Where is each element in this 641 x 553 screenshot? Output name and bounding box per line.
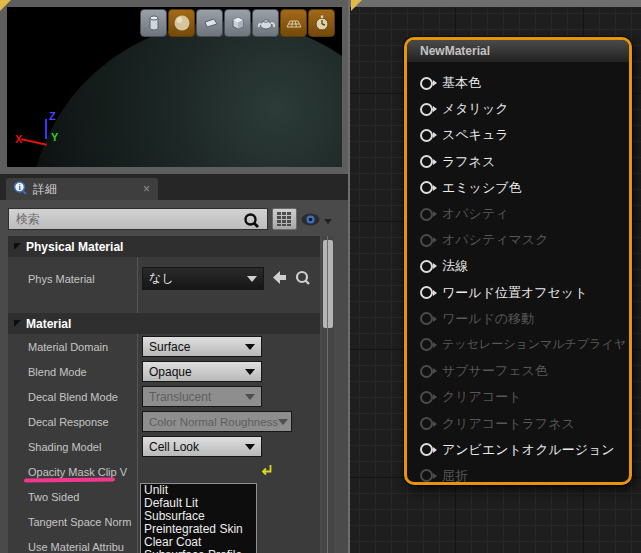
column-divider	[137, 484, 138, 509]
material-domain-combo[interactable]: Surface	[142, 336, 262, 357]
active-tab-corner	[351, 0, 362, 11]
property-matrix-icon[interactable]	[272, 208, 297, 230]
material-result-node[interactable]: NewMaterial 基本色 メタリック スペキュラ ラフネス エミッシブ色 …	[404, 37, 632, 485]
blend-mode-combo[interactable]: Opaque	[142, 361, 262, 382]
active-tab-corner	[0, 0, 11, 11]
section-title: Material	[26, 317, 71, 331]
pin-world-position-offset[interactable]: ワールド位置オフセット	[420, 280, 629, 306]
pin-circle-icon	[420, 129, 433, 142]
preview-sphere	[29, 21, 342, 167]
row-material-domain: Material Domain Surface	[8, 334, 320, 359]
reset-to-default-icon[interactable]	[260, 462, 273, 480]
tab-details[interactable]: i 詳細 ×	[6, 178, 158, 200]
pin-label: アンビエントオクルージョン	[442, 441, 615, 459]
section-material[interactable]: Material	[8, 313, 320, 334]
pin-label: オパシティ	[442, 205, 509, 223]
column-divider	[137, 334, 138, 359]
axis-z-line	[45, 119, 47, 139]
pin-roughness[interactable]: ラフネス	[420, 149, 629, 175]
preview-viewport[interactable]: Z Y X	[7, 7, 342, 167]
pin-label: サブサーフェス色	[442, 362, 548, 380]
tab-details-label: 詳細	[33, 181, 57, 198]
row-shading-model: Shading Model Cell Look	[8, 434, 320, 459]
cube-icon[interactable]	[224, 9, 251, 37]
pin-circle-icon	[420, 155, 433, 168]
pin-label: ラフネス	[442, 153, 495, 171]
collapse-arrow-icon	[14, 243, 21, 250]
material-editor-window: Z Y X i 詳細 × 検索	[0, 0, 641, 553]
viewport-toolbar	[140, 9, 335, 37]
search-input[interactable]: 検索	[8, 208, 268, 230]
pin-subsurface-color: サブサーフェス色	[420, 358, 629, 384]
pin-label: クリアコート	[442, 388, 522, 406]
grid-floor-icon[interactable]	[280, 9, 307, 37]
phys-material-combo[interactable]: なし	[142, 267, 264, 290]
pin-circle-icon	[420, 103, 433, 116]
combo-value: Cell Look	[149, 440, 199, 454]
realtime-stopwatch-icon[interactable]	[308, 9, 335, 37]
pin-label: テッセレーションマルチプライヤ	[442, 336, 626, 353]
details-info-icon: i	[13, 181, 27, 198]
combo-value: Color Normal Roughness	[149, 416, 278, 428]
view-options[interactable]	[301, 212, 332, 230]
details-scrollbar-track[interactable]	[322, 236, 334, 553]
graph-canvas[interactable]: NewMaterial 基本色 メタリック スペキュラ ラフネス エミッシブ色 …	[350, 7, 641, 553]
plane-icon[interactable]	[196, 9, 223, 37]
column-divider	[137, 384, 138, 409]
combo-caret-icon	[245, 344, 255, 350]
dropdown-item-subsurface-profile[interactable]: Subsurface Profile	[141, 549, 256, 553]
column-divider	[137, 409, 138, 434]
cylinder-icon[interactable]	[140, 9, 167, 37]
pin-clear-coat-roughness: クリアコートラフネス	[420, 410, 629, 436]
sphere-icon[interactable]	[168, 9, 195, 37]
pin-label: メタリック	[442, 100, 509, 118]
pin-specular[interactable]: スペキュラ	[420, 122, 629, 148]
shading-model-combo[interactable]: Cell Look	[142, 436, 262, 457]
search-placeholder: 検索	[16, 211, 40, 228]
browse-magnifier-icon[interactable]	[294, 269, 312, 291]
pin-circle-icon	[420, 286, 433, 299]
pin-circle-icon	[420, 208, 433, 221]
axis-y-label: Y	[51, 131, 58, 143]
pin-circle-icon	[420, 77, 433, 90]
combo-value: Surface	[149, 340, 190, 354]
decal-blend-mode-combo: Translucent	[142, 386, 262, 407]
close-icon[interactable]: ×	[143, 182, 150, 196]
details-scrollbar-thumb[interactable]	[323, 240, 333, 328]
column-divider	[137, 434, 138, 459]
pin-ambient-occlusion[interactable]: アンビエントオクルージョン	[420, 437, 629, 463]
section-title: Physical Material	[26, 240, 123, 254]
combo-caret-icon	[245, 369, 255, 375]
row-decal-blend-mode: Decal Blend Mode Translucent	[8, 384, 320, 409]
eye-icon	[301, 212, 320, 230]
combo-value: Opaque	[149, 365, 192, 379]
teapot-icon[interactable]	[252, 9, 279, 37]
pin-world-displacement: ワールドの移動	[420, 306, 629, 332]
pin-circle-icon	[420, 365, 433, 378]
pin-base-color[interactable]: 基本色	[420, 70, 629, 96]
pin-normal[interactable]: 法線	[420, 253, 629, 279]
pin-label: 屈折	[442, 467, 468, 485]
row-blend-mode: Blend Mode Opaque	[8, 359, 320, 384]
section-physical-material[interactable]: Physical Material	[8, 236, 320, 257]
pin-label: エミッシブ色	[442, 179, 522, 197]
node-title: NewMaterial	[420, 44, 490, 58]
pin-circle-icon	[420, 417, 433, 430]
pin-clear-coat: クリアコート	[420, 384, 629, 410]
pin-metallic[interactable]: メタリック	[420, 96, 629, 122]
pin-circle-icon	[420, 234, 433, 247]
combo-caret-icon	[278, 419, 288, 425]
decal-response-combo: Color Normal Roughness	[142, 411, 292, 432]
pin-circle-icon	[420, 391, 433, 404]
pin-label: 法線	[442, 257, 468, 275]
pin-emissive-color[interactable]: エミッシブ色	[420, 175, 629, 201]
node-header[interactable]: NewMaterial	[407, 40, 629, 62]
combo-caret-icon	[245, 394, 255, 400]
search-icon	[243, 212, 261, 233]
pin-label: クリアコートラフネス	[442, 415, 575, 433]
column-divider	[137, 459, 138, 484]
row-label: Blend Mode	[28, 366, 87, 378]
node-pin-list: 基本色 メタリック スペキュラ ラフネス エミッシブ色 オパシティ オパシティマ…	[407, 62, 629, 485]
combo-caret-icon	[245, 444, 255, 450]
use-selected-arrow-icon[interactable]	[271, 269, 288, 290]
